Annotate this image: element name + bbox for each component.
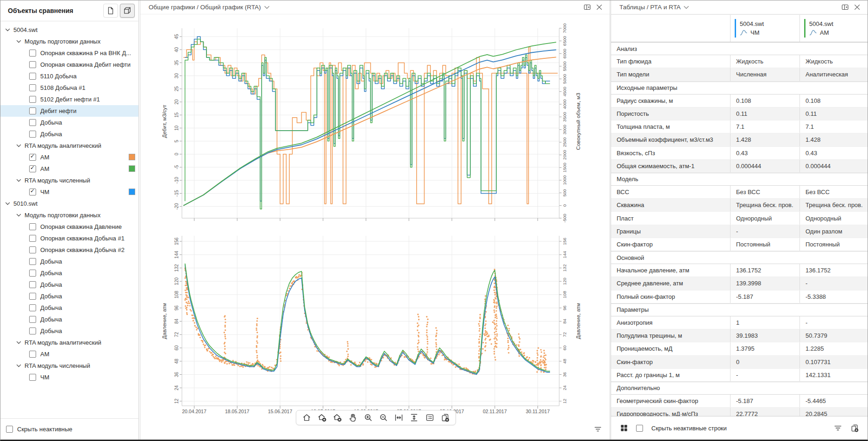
chevron-down-icon[interactable] (16, 39, 21, 44)
tree-item-5102-дебит-нефти-1[interactable]: 5102 Дебит нефти #1 (0, 94, 138, 105)
fit-height-icon[interactable] (407, 411, 421, 424)
tree-item-добыча[interactable]: Добыча (0, 117, 138, 128)
tree-item-добыча[interactable]: Добыча (0, 279, 138, 290)
zoom-in-icon[interactable] (361, 411, 375, 424)
tree-item-rta-модуль-численный[interactable]: RTA модуль численный (0, 360, 138, 372)
export-icon[interactable] (438, 411, 452, 424)
tree-item-checkbox[interactable] (29, 61, 36, 68)
tree-item-checkbox[interactable] (29, 165, 36, 172)
tree-item-добыча[interactable]: Добыча (0, 128, 138, 140)
hand-icon[interactable] (346, 411, 360, 424)
tree-item-опорная-скважина-добыча-2[interactable]: Опорная скважина Добыча #2 (0, 244, 138, 256)
file-icon[interactable] (103, 4, 118, 18)
split-panel-icon[interactable] (581, 2, 593, 13)
home-close-icon[interactable] (331, 411, 344, 424)
chevron-down-icon[interactable] (16, 213, 21, 218)
split-panel-icon[interactable] (839, 2, 851, 13)
charts-panel-title[interactable]: Общие графики / Общий график (RTA) (149, 4, 261, 11)
tree-item-checkbox[interactable] (29, 304, 36, 311)
tree-item-добыча[interactable]: Добыча (0, 290, 138, 302)
tree-item-checkbox[interactable] (29, 223, 36, 230)
tree-item-checkbox[interactable] (29, 316, 36, 323)
home-icon[interactable] (300, 411, 314, 424)
tree-item-checkbox[interactable] (29, 270, 36, 277)
tree-item-checkbox[interactable] (29, 84, 36, 91)
svg-text:156: 156 (562, 238, 567, 245)
tree-item-checkbox[interactable] (29, 258, 36, 265)
tree-item-checkbox[interactable] (29, 131, 36, 138)
hide-inactive-checkbox[interactable] (6, 426, 13, 433)
tree-item-checkbox[interactable] (29, 107, 36, 114)
filter-icon[interactable] (593, 425, 602, 435)
tree-item-чм[interactable]: ЧМ (0, 186, 138, 198)
chevron-down-icon[interactable] (684, 6, 689, 9)
tree-item-5108-добыча-1[interactable]: 5108 Добыча #1 (0, 82, 138, 94)
chevron-down-icon[interactable] (16, 363, 21, 368)
tree-item-добыча[interactable]: Добыча (0, 302, 138, 314)
hide-inactive-rows-checkbox[interactable] (636, 425, 643, 432)
tree-item-checkbox[interactable] (29, 50, 36, 57)
tables-panel: Таблицы / РТА и RTA 5004.swtЧМ5004.swtAM… (611, 0, 868, 440)
tree-item-5110-добыча[interactable]: 5110 Добыча (0, 70, 138, 82)
export-icon[interactable] (848, 422, 861, 434)
comparison-objects-tree[interactable]: 5004.swtМодуль подготовки данныхОпорная … (0, 21, 138, 418)
tree-item-checkbox[interactable] (29, 235, 36, 242)
tree-item-опорная-скважина-р-на-внк-д-[interactable]: Опорная скважина Р на ВНК Д... (0, 47, 138, 59)
tree-item-checkbox[interactable] (29, 119, 36, 126)
tree-item-добыча[interactable]: Добыча (0, 267, 138, 279)
tree-item-checkbox[interactable] (29, 189, 36, 195)
tree-item-rta-модуль-аналитический[interactable]: RTA модуль аналитический (0, 140, 138, 151)
tree-item-модуль-подготовки-данных[interactable]: Модуль подготовки данных (0, 209, 138, 221)
series-color-swatch[interactable] (129, 189, 135, 195)
tree-item-checkbox[interactable] (29, 246, 36, 253)
charts-svg[interactable]: 454035302520151050-5-10-15-2070006500600… (140, 14, 610, 427)
chevron-down-icon[interactable] (264, 6, 269, 9)
tree-item-5004-swt[interactable]: 5004.swt (0, 24, 138, 36)
tree-item-checkbox[interactable] (29, 154, 36, 161)
chevron-down-icon[interactable] (16, 143, 21, 148)
legend-icon[interactable] (423, 411, 437, 424)
tree-item-rta-модуль-численный[interactable]: RTA модуль численный (0, 175, 138, 186)
cube-icon[interactable] (120, 4, 135, 18)
tree-item-rta-модуль-аналитический[interactable]: RTA модуль аналитический (0, 337, 138, 348)
tree-item-добыча[interactable]: Добыча (0, 314, 138, 325)
tree-item-checkbox[interactable] (29, 374, 36, 381)
tables-panel-title[interactable]: Таблицы / РТА и RTA (619, 4, 681, 11)
tree-item-опорная-скважина-дебит-нефти[interactable]: Опорная скважина Дебит нефти (0, 59, 138, 70)
tree-item-дебит-нефти[interactable]: Дебит нефти (0, 105, 138, 117)
chevron-down-icon[interactable] (16, 178, 21, 183)
zoom-out-icon[interactable] (377, 411, 391, 424)
table-column-header[interactable]: 5004.swtAM (799, 15, 868, 42)
home-add-icon[interactable] (315, 411, 329, 424)
tree-item-checkbox[interactable] (29, 281, 36, 288)
tree-item-am[interactable]: AM (0, 151, 138, 163)
tree-item-добыча[interactable]: Добыча (0, 256, 138, 267)
param-value-chm: -5.187 (730, 395, 799, 407)
tree-item-checkbox[interactable] (29, 328, 36, 334)
chevron-down-icon[interactable] (5, 201, 10, 206)
series-color-swatch[interactable] (129, 154, 135, 160)
close-icon[interactable] (851, 2, 863, 13)
tree-item-checkbox[interactable] (29, 96, 36, 103)
tree-item-checkbox[interactable] (29, 73, 36, 80)
column-file-label: 5004.swt (740, 20, 764, 27)
table-column-header[interactable]: 5004.swtЧМ (730, 15, 799, 42)
view-grid-icon[interactable] (618, 422, 631, 434)
filter-icon[interactable] (831, 422, 844, 434)
tree-item-опорная-скважина-давление[interactable]: Опорная скважина Давление (0, 221, 138, 233)
tree-item-checkbox[interactable] (29, 351, 36, 358)
tree-item-добыча[interactable]: Добыча (0, 325, 138, 337)
tree-item-5010-swt[interactable]: 5010.swt (0, 198, 138, 209)
fit-width-icon[interactable] (392, 411, 406, 424)
tree-item-опорная-скважина-добыча-1[interactable]: Опорная скважина Добыча #1 (0, 233, 138, 244)
tree-item-checkbox[interactable] (29, 293, 36, 300)
param-value-am: - (799, 277, 868, 290)
chevron-down-icon[interactable] (5, 27, 10, 32)
chevron-down-icon[interactable] (16, 340, 21, 345)
tree-item-модуль-подготовки-данных[interactable]: Модуль подготовки данных (0, 36, 138, 47)
close-icon[interactable] (593, 2, 605, 13)
series-color-swatch[interactable] (129, 165, 135, 172)
tree-item-am[interactable]: AM (0, 163, 138, 175)
tree-item-чм[interactable]: ЧМ (0, 372, 138, 383)
tree-item-am[interactable]: AM (0, 348, 138, 360)
